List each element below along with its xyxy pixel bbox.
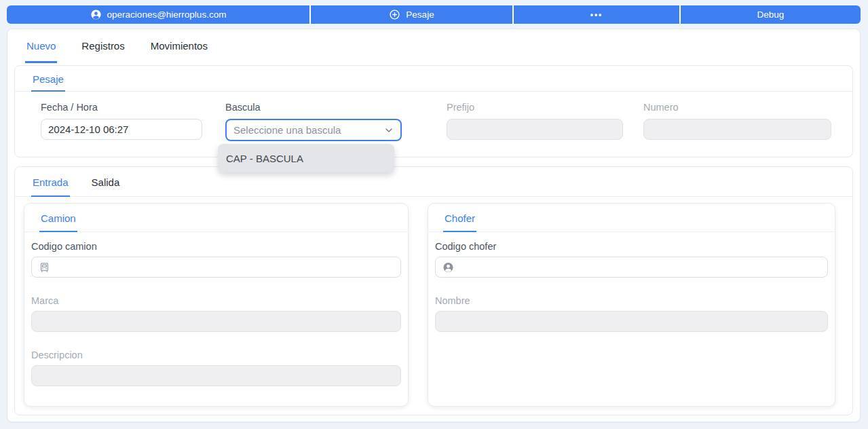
fecha-hora-field: Fecha / Hora [41, 102, 225, 141]
codigo-chofer-label: Codigo chofer [435, 241, 828, 252]
camion-card-body: Codigo camion Marca [24, 232, 408, 386]
chevron-down-icon [383, 125, 394, 136]
tab-chofer[interactable]: Chofer [443, 204, 476, 232]
new-pesaje-label: Pesaje [406, 10, 434, 20]
nombre-label: Nombre [435, 295, 828, 306]
debug-label: Debug [757, 10, 785, 20]
chofer-card: Chofer Codigo chofer [428, 203, 835, 407]
pesaje-section: Pesaje Fecha / Hora Bascula Seleccione u… [14, 65, 853, 157]
user-circle-icon [90, 9, 102, 20]
main-panel: Nuevo Registros Movimientos Pesaje Fecha… [7, 29, 861, 422]
plus-circle-icon [389, 9, 400, 20]
tab-pesaje[interactable]: Pesaje [31, 66, 65, 92]
codigo-chofer-input[interactable] [435, 257, 828, 278]
account-button[interactable]: operaciones@hierroplus.com [7, 5, 309, 24]
bascula-select[interactable]: Seleccione una bascula [225, 119, 402, 141]
bascula-option-cap[interactable]: CAP - BASCULA [218, 144, 394, 172]
ellipsis-icon: ••• [590, 10, 603, 20]
marca-label: Marca [31, 295, 401, 306]
account-label: operaciones@hierroplus.com [107, 10, 227, 20]
tab-movimientos[interactable]: Movimientos [149, 29, 209, 63]
pesaje-section-header: Pesaje [15, 66, 852, 92]
codigo-camion-input[interactable] [31, 257, 401, 278]
tab-registros[interactable]: Registros [80, 29, 126, 63]
marca-input [31, 311, 401, 332]
camion-card: Camion Codigo camion [24, 203, 409, 407]
entrada-tab-bar: Entrada Salida [15, 167, 852, 197]
entrada-section: Entrada Salida Camion Codigo camion [14, 166, 853, 415]
bascula-select-placeholder: Seleccione una bascula [233, 124, 341, 136]
numero-input [643, 119, 831, 140]
numero-label: Numero [643, 102, 852, 113]
descripcion-label: Descripcion [31, 350, 401, 360]
fecha-hora-input[interactable] [41, 119, 202, 140]
camion-card-header: Camion [24, 204, 408, 232]
bascula-dropdown-menu: CAP - BASCULA [218, 144, 394, 172]
entrada-body: Camion Codigo camion [15, 197, 852, 407]
more-options-button[interactable]: ••• [514, 5, 679, 24]
nombre-input [435, 311, 828, 332]
codigo-chofer-field [435, 257, 828, 278]
codigo-camion-label: Codigo camion [31, 241, 401, 252]
tab-nuevo[interactable]: Nuevo [25, 29, 57, 63]
chofer-card-header: Chofer [428, 204, 835, 232]
prefijo-label: Prefijo [447, 102, 643, 113]
fecha-hora-label: Fecha / Hora [41, 102, 225, 113]
tab-entrada[interactable]: Entrada [31, 167, 70, 197]
tab-camion[interactable]: Camion [39, 204, 77, 232]
tab-salida[interactable]: Salida [90, 167, 121, 197]
debug-button[interactable]: Debug [681, 5, 861, 24]
codigo-camion-field [31, 257, 401, 278]
chofer-card-body: Codigo chofer Nombre [428, 232, 835, 332]
prefijo-input [447, 119, 623, 140]
bascula-field: Bascula Seleccione una bascula [225, 102, 447, 141]
bascula-label: Bascula [225, 102, 447, 113]
new-pesaje-button[interactable]: Pesaje [311, 5, 512, 24]
top-toolbar: operaciones@hierroplus.com Pesaje ••• De… [7, 5, 861, 24]
prefijo-field: Prefijo [447, 102, 643, 141]
descripcion-input [31, 365, 401, 386]
main-tab-bar: Nuevo Registros Movimientos [7, 29, 860, 63]
numero-field: Numero [643, 102, 852, 141]
pesaje-fields: Fecha / Hora Bascula Seleccione una basc… [15, 92, 852, 141]
